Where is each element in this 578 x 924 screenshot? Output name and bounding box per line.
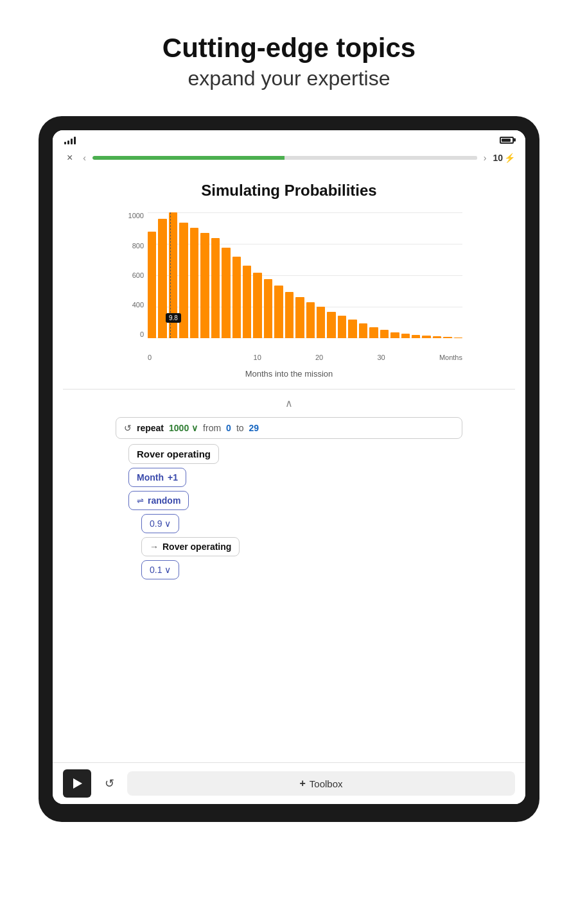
progress-filled-primary [92,156,208,160]
bar-item [306,302,315,339]
chart-title: Simulating Probabilities [201,182,376,200]
bar-item [148,232,156,339]
bar-item [454,338,462,338]
y-label-800: 800 [116,243,144,250]
bar-item [317,307,325,338]
signal-icon [64,135,76,144]
to-keyword: to [236,423,244,433]
rover-operating-pill[interactable]: Rover operating [128,444,219,464]
nav-forward-button[interactable]: › [484,153,487,163]
progress-bar [92,156,477,160]
tablet-device: × ‹ › 10 ⚡ Simulating Probabilities [39,116,539,822]
bar-item [253,273,261,338]
chart-container: 1000 800 600 400 0 [116,212,462,354]
bar-item [232,257,241,338]
to-value: 29 [249,423,259,433]
chart-wrapper: 1000 800 600 400 0 [116,212,462,361]
tablet-screen: × ‹ › 10 ⚡ Simulating Probabilities [53,130,525,804]
bar-item [274,286,283,338]
y-label-600: 600 [116,272,144,279]
progress-unfilled [285,156,477,160]
from-value: 0 [226,423,231,433]
collapse-icon[interactable]: ∧ [285,397,293,409]
bar-item [222,248,230,338]
toolbox-label: Toolbox [310,778,343,789]
bolt-icon: ⚡ [504,153,515,163]
x-label-0: 0 [148,354,152,361]
bar-item [295,297,304,339]
progress-filled-secondary [208,156,285,160]
arrow-icon: → [150,542,159,552]
page-subtitle: expand your expertise [162,67,416,90]
bar-item [243,266,251,339]
status-bar [53,130,525,147]
month-increment: +1 [168,472,178,483]
bar-item [401,334,410,339]
bar-item [359,323,367,339]
arrow-rover-label: Rover operating [162,542,231,552]
x-label-10: 10 [254,354,261,361]
bar-item [390,332,399,339]
tooltip: 9.8 [166,313,181,323]
toolbox-button[interactable]: + Toolbox [127,771,515,796]
reset-button[interactable]: ↺ [98,772,121,795]
rover-label: Rover operating [137,449,211,459]
bottom-bar: ↺ + Toolbox [53,762,525,804]
bar-item [433,336,441,338]
bar-item [422,336,430,338]
y-label-1000: 1000 [116,212,144,219]
shuffle-icon: ⇌ [137,496,144,506]
repeat-value: 1000 ∨ [169,423,198,433]
x-label-months: Months [439,354,462,361]
reset-icon: ↺ [105,776,114,791]
y-label-0: 0 [116,331,144,338]
val-01: 0.1 ∨ [150,565,171,575]
repeat-keyword: repeat [137,423,164,433]
code-section: ↺ repeat 1000 ∨ from 0 to 29 Rover opera… [116,417,462,590]
battery-icon [500,137,514,144]
close-button[interactable]: × [63,151,76,165]
val-01-pill[interactable]: 0.1 ∨ [141,560,179,579]
from-keyword: from [203,423,221,433]
repeat-icon: ↺ [124,423,132,433]
content-area: Simulating Probabilities 1000 800 600 40… [53,169,525,762]
month-label: Month [137,472,164,483]
play-icon [73,778,82,789]
page-header: Cutting-edge topics expand your expertis… [150,0,428,110]
repeat-block[interactable]: ↺ repeat 1000 ∨ from 0 to 29 [116,417,462,439]
x-axis-labels: 0 10 20 30 Months [116,354,462,361]
page-title: Cutting-edge topics [162,32,416,64]
plus-icon: + [299,778,305,789]
bar-item [338,316,346,338]
y-label-400: 400 [116,302,144,309]
random-pill[interactable]: ⇌ random [128,491,189,510]
bar-item [443,337,451,338]
bar-item [200,233,209,339]
section-divider [63,389,515,389]
nav-back-button[interactable]: ‹ [83,153,86,163]
indent-block: Rover operating Month +1 ⇌ random [128,444,462,579]
points-badge: 10 ⚡ [493,153,515,163]
bar-item [412,335,420,339]
bar-item [285,292,293,339]
points-value: 10 [493,153,503,163]
val-09: 0.9 ∨ [150,518,171,529]
bar-item [380,330,389,339]
top-nav: × ‹ › 10 ⚡ [53,147,525,169]
play-button[interactable] [63,769,91,798]
random-keyword: random [148,495,180,506]
chart-subtitle: Months into the mission [245,369,333,379]
bars-area: 9.8 [148,212,462,338]
bar-item [348,320,356,338]
bar-item [211,238,220,339]
bar-item [327,312,335,338]
bar-item [264,279,272,338]
val-09-pill[interactable]: 0.9 ∨ [141,514,179,533]
x-label-30: 30 [377,354,385,361]
bar-item [190,228,198,338]
month-pill[interactable]: Month +1 [128,468,186,487]
bar-item [369,327,378,339]
y-axis-labels: 1000 800 600 400 0 [116,212,144,338]
x-label-20: 20 [315,354,323,361]
arrow-rover-pill[interactable]: → Rover operating [141,537,240,556]
